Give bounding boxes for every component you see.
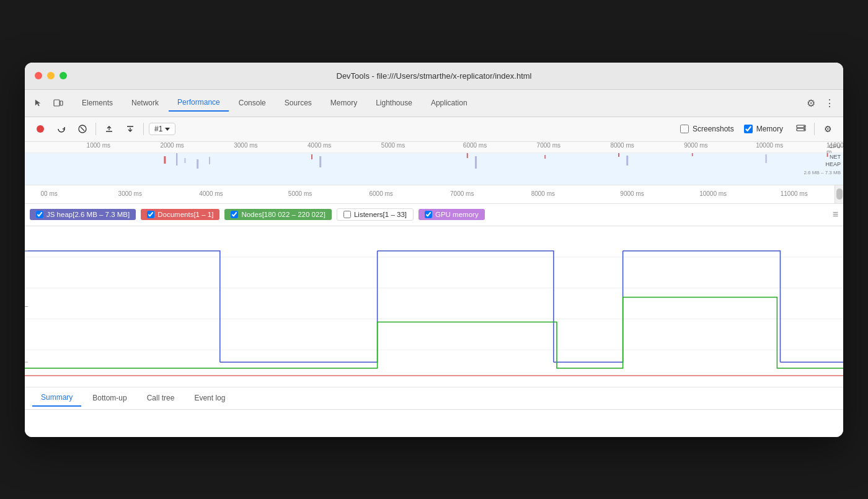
screenshots-checkbox-label[interactable]: Screenshots — [680, 125, 734, 133]
legend-gpu[interactable]: GPU memory — [418, 209, 485, 220]
profile-select-value: #1 — [154, 125, 162, 133]
ruler-3000: 3000 ms — [234, 142, 257, 149]
download-button[interactable] — [122, 121, 138, 137]
ruler-8000: 8000 ms — [610, 142, 634, 149]
svg-rect-11 — [184, 158, 185, 163]
timeline-ruler: 1000 ms 2000 ms 3000 ms 4000 ms 5000 ms … — [25, 142, 843, 153]
svg-rect-15 — [319, 156, 321, 167]
screenshots-checkbox[interactable] — [680, 125, 689, 133]
ruler-6000: 6000 ms — [463, 142, 487, 149]
toolbar-settings-icon[interactable]: ⚙ — [820, 121, 836, 137]
ruler-4000: 4000 ms — [308, 142, 331, 149]
zoomed-timeline: 00 ms 3000 ms 4000 ms 5000 ms 6000 ms 70… — [25, 185, 843, 204]
legend-menu-icon[interactable]: ≡ — [833, 209, 838, 220]
z-ruler-3000: 3000 ms — [118, 190, 142, 197]
device-icon[interactable] — [50, 94, 67, 112]
tab-summary[interactable]: Summary — [32, 389, 81, 407]
ruler-10000: 10000 ms — [756, 142, 783, 149]
tab-elements[interactable]: Elements — [73, 95, 122, 111]
js-heap-checkbox[interactable] — [36, 211, 43, 218]
tab-sources[interactable]: Sources — [276, 95, 321, 111]
svg-point-2 — [37, 125, 44, 133]
documents-checkbox[interactable] — [147, 211, 154, 218]
minimize-button[interactable] — [47, 72, 55, 79]
devtools-window: DevTools - file:///Users/stmarthe/x-repl… — [25, 63, 843, 437]
tab-event-log[interactable]: Event log — [185, 390, 234, 406]
tab-console[interactable]: Console — [230, 95, 275, 111]
toolbar-separator-1 — [95, 123, 96, 135]
svg-point-7 — [804, 126, 805, 127]
cursor-icon[interactable] — [30, 94, 47, 112]
documents-label: Documents[1 – 1] — [157, 211, 213, 218]
legend-documents[interactable]: Documents[1 – 1] — [141, 209, 219, 220]
record-button[interactable] — [32, 121, 48, 137]
svg-rect-12 — [197, 159, 198, 169]
cpu-spikes-svg — [25, 153, 843, 177]
memory-checkbox[interactable] — [744, 125, 753, 133]
titlebar: DevTools - file:///Users/stmarthe/x-repl… — [25, 63, 843, 90]
gpu-label: GPU memory — [435, 211, 479, 218]
ruler-1000: 1000 ms — [87, 142, 110, 149]
svg-rect-10 — [176, 153, 177, 166]
z-ruler-8000: 8000 ms — [531, 190, 555, 197]
js-heap-label: JS heap[2.6 MB – 7.3 MB] — [46, 211, 130, 218]
svg-point-8 — [804, 129, 805, 130]
tab-lighthouse[interactable]: Lighthouse — [367, 95, 421, 111]
storage-icon[interactable] — [793, 121, 809, 137]
tab-memory[interactable]: Memory — [322, 95, 366, 111]
ruler-5000: 5000 ms — [381, 142, 405, 149]
bottom-panel: Summary Bottom-up Call tree Event log — [25, 387, 843, 437]
tab-bottom-up[interactable]: Bottom-up — [84, 390, 135, 406]
memory-legend: JS heap[2.6 MB – 7.3 MB] Documents[1 – 1… — [25, 204, 843, 226]
z-ruler-11000: 11000 ms — [781, 190, 808, 197]
tab-application[interactable]: Application — [422, 95, 476, 111]
scrollbar-thumb[interactable] — [836, 188, 843, 200]
legend-listeners[interactable]: Listeners[1 – 33] — [337, 208, 414, 221]
screenshots-label: Screenshots — [693, 125, 734, 133]
cpu-label: CPU — [829, 143, 841, 149]
tab-call-tree[interactable]: Call tree — [138, 390, 184, 406]
timeline-overview[interactable]: 1000 ms 2000 ms 3000 ms 4000 ms 5000 ms … — [25, 142, 843, 185]
z-ruler-4000: 4000 ms — [199, 190, 223, 197]
memory-label: Memory — [756, 125, 783, 133]
svg-rect-18 — [544, 155, 546, 159]
memory-chart — [25, 226, 843, 387]
toolbar-separator-3 — [814, 123, 815, 135]
window-title: DevTools - file:///Users/stmarthe/x-repl… — [35, 71, 833, 81]
close-button[interactable] — [35, 72, 42, 79]
z-ruler-7000: 7000 ms — [450, 190, 474, 197]
svg-rect-21 — [692, 153, 693, 156]
reload-button[interactable] — [53, 121, 69, 137]
more-options-icon[interactable]: ⋮ — [821, 94, 838, 112]
settings-icon[interactable]: ⚙ — [802, 94, 820, 112]
memory-checkbox-label[interactable]: Memory — [744, 125, 783, 133]
legend-js-heap[interactable]: JS heap[2.6 MB – 7.3 MB] — [30, 209, 136, 220]
profile-select[interactable]: #1 — [149, 123, 175, 135]
z-ruler-10000: 10000 ms — [699, 190, 727, 197]
tab-network[interactable]: Network — [123, 95, 167, 111]
svg-rect-1 — [60, 101, 63, 105]
toolbar-checkboxes: Screenshots Memory — [680, 121, 809, 137]
listeners-checkbox[interactable] — [343, 211, 351, 218]
upload-button[interactable] — [101, 121, 117, 137]
scrollbar-track[interactable] — [835, 185, 843, 203]
clear-button[interactable] — [74, 121, 91, 137]
svg-rect-19 — [618, 153, 619, 157]
svg-rect-23 — [827, 153, 828, 157]
listeners-label: Listeners[1 – 33] — [354, 211, 407, 218]
svg-rect-9 — [164, 156, 166, 164]
maximize-button[interactable] — [60, 72, 67, 79]
gpu-checkbox[interactable] — [425, 211, 432, 218]
svg-rect-16 — [467, 153, 468, 158]
ruler-7000: 7000 ms — [537, 142, 560, 149]
devtools-icons — [30, 94, 67, 112]
ruler-2000: 2000 ms — [160, 142, 184, 149]
zoomed-ruler-area: 00 ms 3000 ms 4000 ms 5000 ms 6000 ms 70… — [25, 185, 835, 203]
svg-rect-17 — [475, 156, 477, 169]
ruler-9000: 9000 ms — [684, 142, 707, 149]
legend-nodes[interactable]: Nodes[180 022 – 220 022] — [224, 209, 332, 220]
z-ruler-5000: 5000 ms — [288, 190, 312, 197]
nodes-checkbox[interactable] — [231, 211, 238, 218]
svg-rect-13 — [209, 157, 210, 164]
tab-performance[interactable]: Performance — [169, 94, 229, 112]
